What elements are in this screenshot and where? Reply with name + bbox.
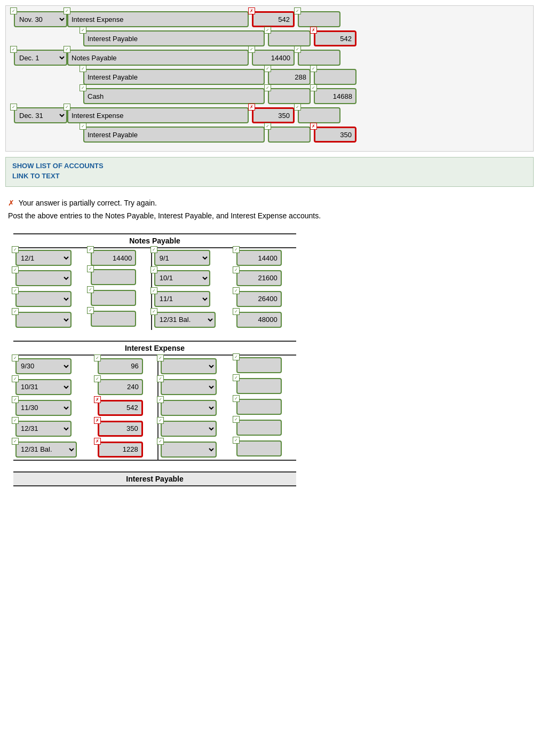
- np-r1-rd[interactable]: ✓ 9/1: [152, 248, 234, 267]
- ie-r3-date-right[interactable]: [161, 400, 217, 416]
- check-nov30: ✓: [10, 7, 17, 14]
- np-r2-la[interactable]: ✓: [89, 267, 152, 288]
- link-to-text[interactable]: LINK TO TEXT: [12, 172, 527, 180]
- np-r3-ra[interactable]: ✓ 26400: [234, 288, 296, 309]
- np-r1-ra[interactable]: ✓ 14400: [234, 248, 296, 267]
- np-r2-date-left[interactable]: [15, 270, 72, 286]
- ie-r4-date-left[interactable]: 12/31: [15, 421, 72, 437]
- np-r3-rd[interactable]: ✓ 11/1: [152, 288, 234, 309]
- ie-r5-date-left[interactable]: 12/31 Bal.: [15, 442, 77, 458]
- ie-r5-rd[interactable]: ✓: [158, 439, 234, 460]
- debit-value-notes-pay: 14400: [271, 54, 290, 62]
- date-dropdown-nov30[interactable]: Nov. 30: [14, 11, 67, 27]
- journal-row-dec1: ✓ Dec. 1 ✓ Notes Payable ✓ 14400 ✓: [14, 50, 525, 66]
- date-dropdown-dec1[interactable]: Dec. 1: [14, 50, 67, 66]
- feedback-line: ✗ Your answer is partially correct. Try …: [8, 199, 531, 207]
- credit-field-notes-pay[interactable]: ✓: [298, 50, 340, 66]
- debit-field-cash[interactable]: ✓: [268, 88, 311, 104]
- np-r2-date-right[interactable]: 10/1: [154, 270, 210, 286]
- account-field-int-exp-2: ✓ Interest Expense: [67, 107, 249, 123]
- np-r1-la[interactable]: ✓ 14400: [89, 248, 152, 267]
- np-r1-ld[interactable]: ✓ 12/1: [13, 248, 89, 267]
- credit-field-int-pay-3[interactable]: ✗ 350: [314, 127, 356, 143]
- account-label-cash: Cash: [88, 92, 104, 100]
- ie-row-2: ✓ 10/31 ✓ 240 ✓: [13, 376, 296, 397]
- ie-r4-rd[interactable]: ✓: [158, 418, 234, 439]
- np-row-3: ✓ ✓ ✓ 11/1: [13, 288, 296, 309]
- np-r4-ld[interactable]: ✓: [13, 309, 89, 330]
- np-r3-ld[interactable]: ✓: [13, 288, 89, 309]
- np-r4-ra[interactable]: ✓ 48000: [234, 309, 296, 330]
- notes-payable-ledger: Notes Payable ✓ 12/1 ✓ 14400: [13, 233, 526, 330]
- ie-r5-ra[interactable]: ✓: [234, 439, 296, 460]
- credit-value-int-pay-3: 350: [340, 131, 352, 139]
- np-row-4: ✓ ✓ ✓ 12/31 Bal.: [13, 309, 296, 330]
- ie-r2-date-left[interactable]: 10/31: [15, 379, 72, 395]
- ie-r5-la[interactable]: ✗ 1228: [96, 439, 158, 460]
- credit-field-int-pay-1[interactable]: ✗ 542: [314, 30, 356, 46]
- credit-field-cash[interactable]: ✓ 14688: [314, 88, 356, 104]
- debit-value-int-exp-2: 350: [278, 112, 290, 120]
- np-r1-date-right[interactable]: 9/1: [154, 250, 210, 266]
- ie-r1-ra[interactable]: ✓: [234, 355, 296, 376]
- check-credit-1: ✓: [294, 7, 301, 14]
- ie-r2-ra[interactable]: ✓: [234, 376, 296, 397]
- account-label-1: Interest Expense: [72, 15, 124, 23]
- debit-field-int-pay-1[interactable]: ✓: [268, 30, 311, 46]
- date-dropdown-dec31[interactable]: Dec. 31: [14, 107, 67, 123]
- feedback-icon: ✗: [8, 199, 14, 207]
- credit-field-int-pay-2[interactable]: ✓: [314, 69, 356, 85]
- journal-section: ✓ Nov. 30 ✓ Interest Expense ✗ 542 ✓ ✓: [5, 5, 534, 152]
- debit-field-int-exp-2[interactable]: ✗ 350: [252, 107, 295, 123]
- ie-r3-ra[interactable]: ✓: [234, 397, 296, 418]
- np-r1-date-left[interactable]: 12/1: [15, 250, 72, 266]
- np-r2-ld[interactable]: ✓: [13, 267, 89, 288]
- debit-field-int-pay-2[interactable]: ✓ 288: [268, 69, 311, 85]
- np-r4-date-right[interactable]: 12/31 Bal.: [154, 312, 216, 328]
- ie-r4-date-right[interactable]: [161, 421, 217, 437]
- credit-field-int-exp-1[interactable]: ✓: [298, 11, 340, 27]
- check-credit-cash: ✓: [310, 84, 317, 91]
- ie-r2-ld[interactable]: ✓ 10/31: [13, 376, 96, 397]
- ie-r3-ld[interactable]: ✓ 11/30: [13, 397, 96, 418]
- ie-r5-date-right[interactable]: [161, 442, 217, 458]
- date-select-dec31[interactable]: ✓ Dec. 31: [14, 107, 67, 123]
- ie-r5-ld[interactable]: ✓ 12/31 Bal.: [13, 439, 96, 460]
- check-debit-int-pay-1: ✓: [264, 27, 271, 34]
- debit-field-int-exp-1[interactable]: ✗ 542: [252, 11, 295, 27]
- debit-field-int-pay-3[interactable]: ✓: [268, 127, 311, 143]
- check-acct-int-pay-3: ✓: [80, 123, 86, 130]
- check-credit-int-pay-3: ✗: [310, 123, 317, 130]
- show-accounts-link[interactable]: SHOW LIST OF ACCOUNTS: [12, 162, 527, 170]
- ie-r4-ld[interactable]: ✓ 12/31: [13, 418, 96, 439]
- ie-r3-date-left[interactable]: 11/30: [15, 400, 72, 416]
- ie-r1-ld[interactable]: ✓ 9/30: [13, 355, 96, 376]
- ie-r1-date-left[interactable]: 9/30: [15, 358, 72, 374]
- np-r4-la[interactable]: ✓: [89, 309, 152, 330]
- np-r4-rd[interactable]: ✓ 12/31 Bal.: [152, 309, 234, 330]
- np-r3-date-right[interactable]: 11/1: [154, 291, 210, 307]
- ie-r1-date-right[interactable]: [161, 358, 217, 374]
- ie-r1-la[interactable]: ✓ 96: [96, 355, 158, 376]
- ie-r3-la[interactable]: ✗ 542: [96, 397, 158, 418]
- np-r2-rd[interactable]: ✓ 10/1: [152, 267, 234, 288]
- np-r3-date-left[interactable]: [15, 291, 72, 307]
- ie-r1-rd[interactable]: ✓: [158, 355, 234, 376]
- interest-payable-title: Interest Payable: [13, 472, 296, 486]
- date-select-dec1[interactable]: ✓ Dec. 1: [14, 50, 67, 66]
- ie-r4-la[interactable]: ✗ 350: [96, 418, 158, 439]
- ie-r3-rd[interactable]: ✓: [158, 397, 234, 418]
- credit-field-int-exp-2[interactable]: ✓: [298, 107, 340, 123]
- ie-r2-la[interactable]: ✓ 240: [96, 376, 158, 397]
- account-field-int-exp-1: ✓ Interest Expense: [67, 11, 249, 27]
- np-r3-la[interactable]: ✓: [89, 288, 152, 309]
- ie-r4-ra[interactable]: ✓: [234, 418, 296, 439]
- ie-r2-date-right[interactable]: [161, 379, 217, 395]
- np-r2-ra[interactable]: ✓ 21600: [234, 267, 296, 288]
- date-select-nov30[interactable]: ✓ Nov. 30: [14, 11, 67, 27]
- ie-r2-rd[interactable]: ✓: [158, 376, 234, 397]
- check-debit-int-pay-2: ✓: [264, 65, 271, 72]
- np-r4-date-left[interactable]: [15, 312, 72, 328]
- debit-field-notes-pay[interactable]: ✓ 14400: [252, 50, 295, 66]
- ledger-container: Notes Payable ✓ 12/1 ✓ 14400: [5, 231, 534, 489]
